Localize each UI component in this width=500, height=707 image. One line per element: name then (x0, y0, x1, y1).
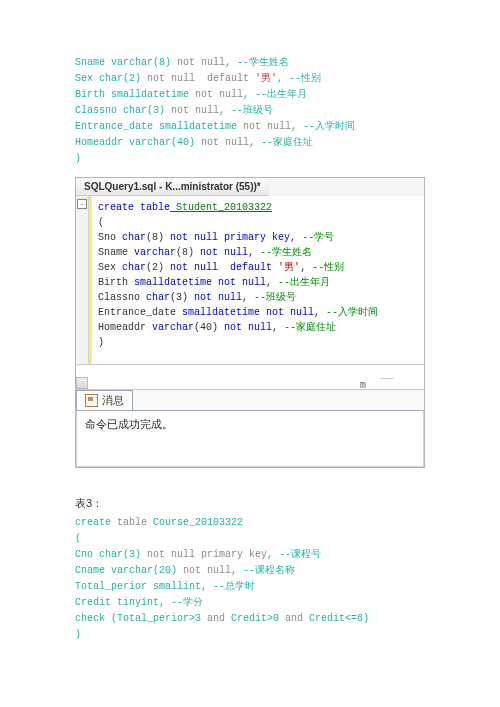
table3-label: 表3： (75, 496, 425, 511)
sql-editor-window: SQLQuery1.sql - K...ministrator (55))* -… (75, 177, 425, 468)
messages-panel: 消息 命令已成功完成。 (76, 389, 424, 467)
editor-scrollbar[interactable]: m (76, 364, 424, 389)
messages-tab[interactable]: 消息 (76, 390, 133, 410)
collapse-icon[interactable]: - (77, 199, 87, 209)
scroll-mark: m (360, 380, 366, 391)
scroll-left-icon[interactable] (76, 377, 88, 389)
editor-gutter: - (76, 196, 89, 364)
editor-code-area[interactable]: create table Student_20103322 ( Sno char… (92, 196, 424, 364)
messages-body: 命令已成功完成。 (76, 410, 424, 467)
bottom-sql-listing: create table Course_20103322 ( Cno char(… (75, 515, 425, 643)
messages-tab-label: 消息 (102, 393, 124, 408)
editor-tab[interactable]: SQLQuery1.sql - K...ministrator (55))* (76, 178, 269, 196)
top-sql-listing: Sname varchar(8) not null, --学生姓名 Sex ch… (75, 55, 425, 167)
messages-icon (85, 394, 98, 407)
